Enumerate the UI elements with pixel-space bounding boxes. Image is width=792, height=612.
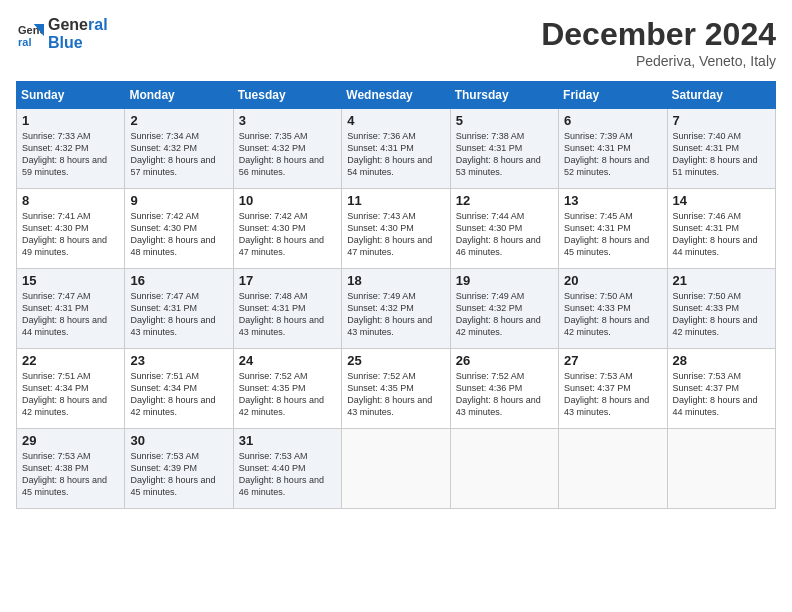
day-number: 25 [347,353,444,368]
day-details: Sunrise: 7:51 AMSunset: 4:34 PMDaylight:… [22,370,119,419]
page-header: Gene ral General Blue December 2024 Pede… [16,16,776,69]
svg-text:ral: ral [18,36,31,48]
calendar-cell: 6Sunrise: 7:39 AMSunset: 4:31 PMDaylight… [559,109,667,189]
day-number: 31 [239,433,336,448]
calendar-week-row: 15Sunrise: 7:47 AMSunset: 4:31 PMDayligh… [17,269,776,349]
calendar-cell: 1Sunrise: 7:33 AMSunset: 4:32 PMDaylight… [17,109,125,189]
day-details: Sunrise: 7:53 AMSunset: 4:38 PMDaylight:… [22,450,119,499]
calendar-cell: 15Sunrise: 7:47 AMSunset: 4:31 PMDayligh… [17,269,125,349]
day-details: Sunrise: 7:45 AMSunset: 4:31 PMDaylight:… [564,210,661,259]
calendar-cell: 4Sunrise: 7:36 AMSunset: 4:31 PMDaylight… [342,109,450,189]
day-details: Sunrise: 7:53 AMSunset: 4:39 PMDaylight:… [130,450,227,499]
calendar-week-row: 29Sunrise: 7:53 AMSunset: 4:38 PMDayligh… [17,429,776,509]
day-number: 2 [130,113,227,128]
day-details: Sunrise: 7:46 AMSunset: 4:31 PMDaylight:… [673,210,770,259]
day-number: 15 [22,273,119,288]
calendar-body: 1Sunrise: 7:33 AMSunset: 4:32 PMDaylight… [17,109,776,509]
day-details: Sunrise: 7:42 AMSunset: 4:30 PMDaylight:… [239,210,336,259]
day-details: Sunrise: 7:42 AMSunset: 4:30 PMDaylight:… [130,210,227,259]
day-header-thursday: Thursday [450,82,558,109]
day-number: 11 [347,193,444,208]
day-details: Sunrise: 7:47 AMSunset: 4:31 PMDaylight:… [130,290,227,339]
calendar-cell: 12Sunrise: 7:44 AMSunset: 4:30 PMDayligh… [450,189,558,269]
day-details: Sunrise: 7:48 AMSunset: 4:31 PMDaylight:… [239,290,336,339]
logo: Gene ral General Blue [16,16,108,51]
day-number: 21 [673,273,770,288]
day-number: 6 [564,113,661,128]
day-details: Sunrise: 7:38 AMSunset: 4:31 PMDaylight:… [456,130,553,179]
day-details: Sunrise: 7:39 AMSunset: 4:31 PMDaylight:… [564,130,661,179]
day-details: Sunrise: 7:33 AMSunset: 4:32 PMDaylight:… [22,130,119,179]
calendar-cell [667,429,775,509]
calendar-cell: 10Sunrise: 7:42 AMSunset: 4:30 PMDayligh… [233,189,341,269]
day-number: 10 [239,193,336,208]
day-details: Sunrise: 7:51 AMSunset: 4:34 PMDaylight:… [130,370,227,419]
day-details: Sunrise: 7:53 AMSunset: 4:37 PMDaylight:… [673,370,770,419]
day-number: 18 [347,273,444,288]
calendar-cell [559,429,667,509]
day-number: 23 [130,353,227,368]
day-number: 28 [673,353,770,368]
day-number: 19 [456,273,553,288]
calendar-cell: 29Sunrise: 7:53 AMSunset: 4:38 PMDayligh… [17,429,125,509]
day-details: Sunrise: 7:41 AMSunset: 4:30 PMDaylight:… [22,210,119,259]
calendar-cell: 30Sunrise: 7:53 AMSunset: 4:39 PMDayligh… [125,429,233,509]
calendar-cell: 26Sunrise: 7:52 AMSunset: 4:36 PMDayligh… [450,349,558,429]
calendar-cell [342,429,450,509]
day-details: Sunrise: 7:52 AMSunset: 4:35 PMDaylight:… [239,370,336,419]
calendar-cell: 11Sunrise: 7:43 AMSunset: 4:30 PMDayligh… [342,189,450,269]
day-number: 3 [239,113,336,128]
day-details: Sunrise: 7:40 AMSunset: 4:31 PMDaylight:… [673,130,770,179]
day-number: 4 [347,113,444,128]
calendar-cell: 31Sunrise: 7:53 AMSunset: 4:40 PMDayligh… [233,429,341,509]
calendar-cell: 9Sunrise: 7:42 AMSunset: 4:30 PMDaylight… [125,189,233,269]
day-details: Sunrise: 7:47 AMSunset: 4:31 PMDaylight:… [22,290,119,339]
day-number: 26 [456,353,553,368]
calendar-cell: 19Sunrise: 7:49 AMSunset: 4:32 PMDayligh… [450,269,558,349]
day-number: 20 [564,273,661,288]
day-header-sunday: Sunday [17,82,125,109]
day-details: Sunrise: 7:49 AMSunset: 4:32 PMDaylight:… [347,290,444,339]
day-details: Sunrise: 7:53 AMSunset: 4:37 PMDaylight:… [564,370,661,419]
calendar-cell: 20Sunrise: 7:50 AMSunset: 4:33 PMDayligh… [559,269,667,349]
day-header-monday: Monday [125,82,233,109]
day-number: 12 [456,193,553,208]
day-details: Sunrise: 7:50 AMSunset: 4:33 PMDaylight:… [673,290,770,339]
logo-icon: Gene ral [16,20,44,48]
calendar-cell: 5Sunrise: 7:38 AMSunset: 4:31 PMDaylight… [450,109,558,189]
calendar-cell: 18Sunrise: 7:49 AMSunset: 4:32 PMDayligh… [342,269,450,349]
day-number: 22 [22,353,119,368]
month-title: December 2024 [541,16,776,53]
day-header-tuesday: Tuesday [233,82,341,109]
calendar-cell: 13Sunrise: 7:45 AMSunset: 4:31 PMDayligh… [559,189,667,269]
day-number: 24 [239,353,336,368]
day-number: 27 [564,353,661,368]
calendar-cell: 24Sunrise: 7:52 AMSunset: 4:35 PMDayligh… [233,349,341,429]
calendar-cell: 16Sunrise: 7:47 AMSunset: 4:31 PMDayligh… [125,269,233,349]
day-details: Sunrise: 7:36 AMSunset: 4:31 PMDaylight:… [347,130,444,179]
day-number: 1 [22,113,119,128]
day-header-saturday: Saturday [667,82,775,109]
day-number: 16 [130,273,227,288]
calendar-cell: 3Sunrise: 7:35 AMSunset: 4:32 PMDaylight… [233,109,341,189]
day-details: Sunrise: 7:53 AMSunset: 4:40 PMDaylight:… [239,450,336,499]
calendar-cell: 22Sunrise: 7:51 AMSunset: 4:34 PMDayligh… [17,349,125,429]
calendar-cell: 28Sunrise: 7:53 AMSunset: 4:37 PMDayligh… [667,349,775,429]
title-block: December 2024 Pederiva, Veneto, Italy [541,16,776,69]
day-details: Sunrise: 7:49 AMSunset: 4:32 PMDaylight:… [456,290,553,339]
day-header-wednesday: Wednesday [342,82,450,109]
calendar-cell: 2Sunrise: 7:34 AMSunset: 4:32 PMDaylight… [125,109,233,189]
day-header-friday: Friday [559,82,667,109]
day-details: Sunrise: 7:52 AMSunset: 4:36 PMDaylight:… [456,370,553,419]
calendar-cell: 14Sunrise: 7:46 AMSunset: 4:31 PMDayligh… [667,189,775,269]
logo-text-blue: Blue [48,34,108,52]
day-number: 29 [22,433,119,448]
day-number: 7 [673,113,770,128]
calendar-table: SundayMondayTuesdayWednesdayThursdayFrid… [16,81,776,509]
day-details: Sunrise: 7:50 AMSunset: 4:33 PMDaylight:… [564,290,661,339]
day-details: Sunrise: 7:35 AMSunset: 4:32 PMDaylight:… [239,130,336,179]
day-number: 17 [239,273,336,288]
calendar-week-row: 1Sunrise: 7:33 AMSunset: 4:32 PMDaylight… [17,109,776,189]
location-subtitle: Pederiva, Veneto, Italy [541,53,776,69]
calendar-cell: 27Sunrise: 7:53 AMSunset: 4:37 PMDayligh… [559,349,667,429]
